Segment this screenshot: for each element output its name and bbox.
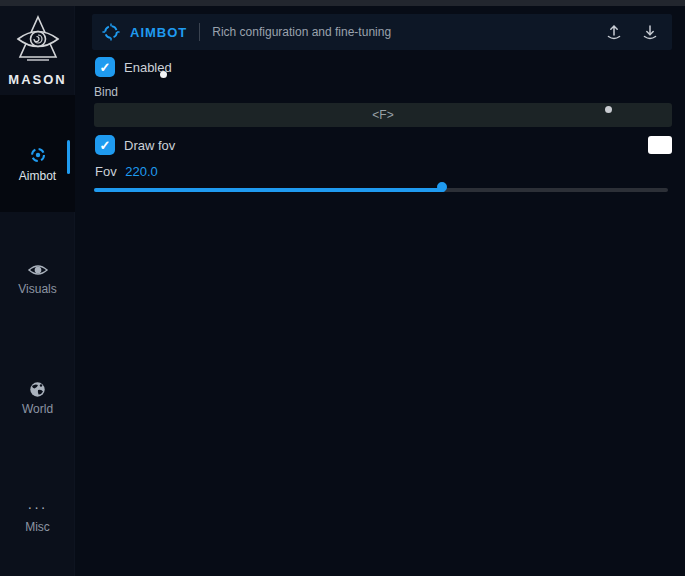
brand-name: MASON [0, 72, 75, 87]
sidebar-item-label: Aimbot [0, 169, 75, 183]
fov-color-swatch[interactable] [648, 136, 672, 154]
fov-label: Fov [95, 164, 117, 179]
window-top-strip [0, 0, 685, 6]
bind-key-field[interactable]: <F> [94, 103, 672, 127]
fov-value: 220.0 [125, 164, 158, 179]
sidebar-item-label: Visuals [0, 282, 75, 296]
draw-fov-row: ✓ Draw fov [95, 135, 175, 155]
fov-slider-handle[interactable] [437, 182, 447, 192]
page-header: AIMBOT Rich configuration and fine-tunin… [92, 14, 672, 50]
fov-label-row: Fov 220.0 [95, 164, 158, 179]
ellipsis-icon: ··· [0, 502, 75, 512]
crosshair-icon [28, 145, 48, 165]
sidebar-item-misc[interactable]: ··· Misc [0, 446, 75, 563]
eye-icon [27, 262, 49, 278]
sidebar-item-label: World [0, 402, 75, 416]
upload-icon [606, 24, 622, 41]
draw-fov-label: Draw fov [124, 138, 175, 153]
page-subtitle: Rich configuration and fine-tuning [212, 25, 590, 39]
bind-label: Bind [94, 85, 118, 99]
header-divider [199, 23, 200, 41]
upload-config-button[interactable] [602, 22, 626, 43]
sidebar-item-label: Misc [0, 520, 75, 534]
download-config-button[interactable] [638, 22, 662, 43]
sidebar-item-visuals[interactable]: Visuals [0, 212, 75, 329]
mouse-cursor-dot [160, 71, 167, 78]
sidebar: MASON Aimbot Visuals [0, 6, 75, 576]
eye-pyramid-logo-icon [15, 14, 61, 64]
brand-logo: MASON [0, 14, 75, 87]
active-tab-indicator [67, 140, 70, 174]
sidebar-item-aimbot[interactable]: Aimbot [0, 95, 75, 212]
fov-slider-fill [94, 188, 445, 192]
fov-slider[interactable] [94, 188, 668, 192]
globe-icon [29, 381, 46, 398]
enabled-checkbox[interactable]: ✓ [95, 57, 115, 77]
crosshair-icon [102, 23, 120, 41]
page-title: AIMBOT [130, 25, 187, 40]
sidebar-item-world[interactable]: World [0, 329, 75, 446]
field-dot [605, 106, 612, 113]
draw-fov-checkbox[interactable]: ✓ [95, 135, 115, 155]
download-icon [642, 24, 658, 41]
